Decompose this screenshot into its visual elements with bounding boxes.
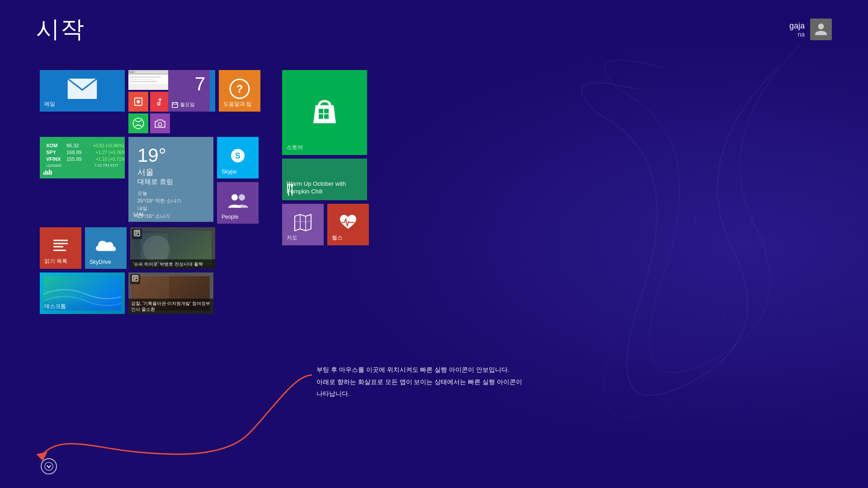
svg-rect-10 — [45, 170, 47, 175]
svg-text:S: S — [235, 151, 241, 160]
annotation-line2: 아래로 향하는 화살표로 모든 앱이 보이는 상태에서는 빠른 실행 아이콘이 — [316, 376, 522, 388]
tile-xbox[interactable] — [128, 113, 148, 133]
tile-mail[interactable]: 메일 — [40, 70, 125, 112]
news-icon-1 — [134, 230, 140, 236]
weather-tomorrow: 내일 — [137, 205, 204, 212]
user-name-block: gaja na — [789, 21, 805, 38]
svg-rect-28 — [133, 279, 136, 280]
tile-help[interactable]: ? 도움말과 팁 — [219, 70, 260, 112]
weather-label: 날씨 — [133, 211, 144, 218]
news-icon-2 — [132, 275, 138, 282]
tile-maps[interactable]: 지도 — [282, 204, 324, 245]
media-player-icon — [133, 97, 143, 107]
small-tiles-row2 — [128, 113, 170, 133]
svg-rect-27 — [133, 278, 137, 279]
annotation-line3: 나타납니다. — [316, 388, 522, 400]
stock-row-3: VFINX 155.89 +1.10 (+0.71%) — [46, 156, 118, 162]
svg-point-4 — [158, 122, 162, 126]
annotation-text: 부팅 후 마우스를 이곳에 위치시켜도 빠른 실행 아이콘이 안보입니다. 아래… — [316, 364, 522, 400]
svg-point-15 — [231, 194, 238, 201]
svg-rect-32 — [324, 114, 329, 119]
people-label: People — [222, 214, 238, 220]
mail-icon — [68, 79, 97, 99]
weather-today-detail: 25°/19° 약한 소나기 — [137, 197, 204, 204]
svg-rect-19 — [53, 246, 63, 248]
svg-rect-41 — [172, 103, 178, 108]
svg-marker-37 — [295, 215, 311, 231]
tile-music[interactable] — [150, 92, 170, 112]
svg-rect-26 — [133, 277, 137, 277]
tile-health[interactable]: 헬스 — [327, 204, 369, 245]
user-area[interactable]: gaja na — [789, 19, 832, 40]
stock-ticker-2: SPY — [46, 150, 66, 155]
svg-text:?: ? — [236, 83, 243, 95]
calendar-day: 7 — [195, 73, 205, 94]
tile-stock[interactable]: XOM 86.32 +0.82 (+0.96%) SPY 168.89 +1.2… — [40, 137, 125, 178]
down-arrow-button[interactable] — [41, 458, 57, 474]
stock-row-1: XOM 86.32 +0.82 (+0.96%) — [46, 143, 118, 148]
news2-icon-bg — [130, 274, 140, 284]
stock-ticker-1: XOM — [46, 143, 66, 148]
user-sub-name: na — [789, 31, 805, 38]
recipe-title: Warm Up October with Pumpkin Chili — [287, 180, 363, 196]
tile-people[interactable]: People — [217, 182, 259, 224]
tile-screenshot[interactable] — [128, 70, 170, 90]
news2-text: 검찰, '기록물아관·이자원개발' 참여정부 인사 줄소환 — [131, 300, 211, 312]
maps-icon — [293, 213, 313, 233]
calendar-icon — [172, 102, 178, 108]
tile-row-3: 읽기 목록 SkyDrive — [40, 227, 260, 269]
svg-rect-24 — [135, 234, 137, 235]
tile-desktop[interactable]: 데스크톱 — [40, 272, 125, 314]
tile-media-player[interactable] — [128, 92, 148, 112]
tile-store[interactable]: 스토어 — [282, 70, 367, 155]
stock-change-1: +0.82 (+0.96%) — [79, 143, 124, 148]
calendar-weekday: 월요일 — [180, 101, 195, 108]
svg-rect-11 — [47, 171, 48, 175]
svg-rect-9 — [43, 172, 45, 175]
stock-updated: Updated — [46, 163, 61, 168]
health-label: 헬스 — [332, 234, 343, 242]
music-icon — [155, 97, 165, 107]
weather-city: 서울 — [137, 167, 204, 178]
tile-group-left: 메일 — [40, 70, 260, 314]
tile-weather[interactable]: 19° 서울 대체로 흐림 오늘 25°/19° 약한 소나기 내일 — [128, 137, 213, 222]
tile-group-right: 스토어 Warm Up October with Pumpkin Chili — [282, 70, 369, 314]
stock-time: 7:42 PM EDT — [94, 163, 118, 168]
skype-icon: S — [227, 145, 248, 166]
svg-rect-30 — [324, 109, 329, 113]
news1-text: '슈퍼 히어로' 박병호 전성시대 활짝 — [133, 261, 212, 267]
svg-rect-23 — [135, 233, 139, 234]
svg-rect-20 — [53, 250, 66, 251]
tile-news2[interactable]: 검찰, '기록물아관·이자원개발' 참여정부 인사 줄소환 — [128, 272, 213, 314]
tile-camera[interactable] — [150, 113, 170, 133]
tile-group-small — [128, 70, 170, 133]
small-tiles-row — [128, 92, 170, 112]
tile-skype[interactable]: S Skype — [217, 137, 259, 178]
stock-change-2: +1.27 (+0.76%) — [82, 150, 125, 155]
tile-reading[interactable]: 읽기 목록 — [40, 227, 81, 269]
stock-price-1: 86.32 — [66, 143, 79, 148]
store-icon — [307, 92, 343, 128]
annotation-arrow — [0, 321, 316, 465]
skydrive-label: SkyDrive — [90, 259, 111, 265]
tile-news1[interactable]: '슈퍼 히어로' 박병호 전성시대 활짝 — [130, 227, 215, 269]
reading-label: 읽기 목록 — [44, 258, 67, 265]
stock-row-2: SPY 168.89 +1.27 (+0.76%) — [46, 150, 118, 155]
skype-label: Skype — [222, 169, 236, 175]
maps-label: 지도 — [287, 234, 297, 242]
tile-row-4: 데스크톱 검찰, '기록물아관·이자원개발' 참여정부 인사 줄소환 — [40, 272, 260, 314]
user-avatar[interactable] — [810, 19, 832, 40]
down-arrow-icon — [44, 462, 53, 471]
svg-point-46 — [45, 462, 53, 470]
header: 시작 gaja na — [36, 14, 832, 45]
svg-point-3 — [133, 118, 143, 128]
tile-recipe[interactable]: Warm Up October with Pumpkin Chili — [282, 159, 367, 200]
background-swirl — [506, 23, 823, 429]
weather-tomorrow-detail: 23°/16° 소나기 — [137, 213, 204, 220]
tile-calendar[interactable]: 7 월요일 — [168, 70, 210, 112]
people-icon — [226, 192, 249, 210]
news1-overlay: '슈퍼 히어로' 박병호 전성시대 활짝 — [130, 259, 215, 269]
tile-skydrive[interactable]: SkyDrive — [85, 227, 127, 269]
annotation-line1: 부팅 후 마우스를 이곳에 위치시켜도 빠른 실행 아이콘이 안보입니다. — [316, 364, 522, 376]
weather-content: 19° 서울 대체로 흐림 오늘 25°/19° 약한 소나기 내일 — [132, 141, 210, 218]
